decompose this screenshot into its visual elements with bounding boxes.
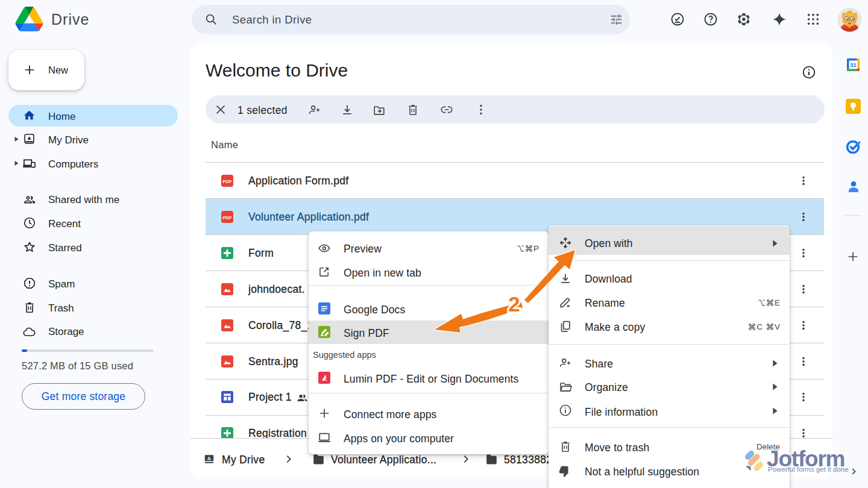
svg-text:2: 2 [508,292,520,316]
svg-text:PDF: PDF [223,215,232,221]
svg-text:PDF: PDF [223,179,232,184]
svg-text:31: 31 [850,61,857,68]
